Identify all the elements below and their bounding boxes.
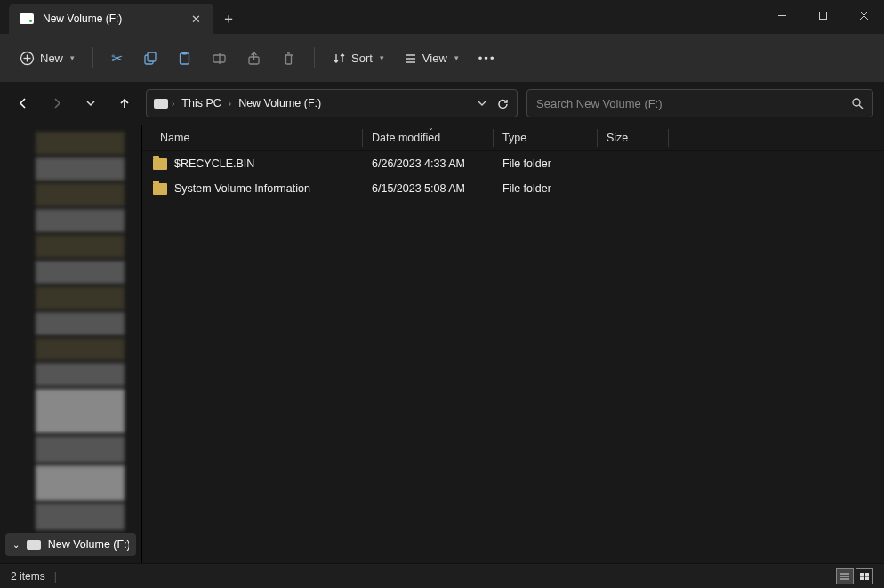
sort-icon [333,52,346,65]
ellipsis-icon: ••• [478,52,496,65]
sidebar-redacted [36,132,125,155]
drive-icon [20,13,34,24]
chevron-down-icon: ⌄ [12,540,20,550]
chevron-right-icon: › [229,99,231,109]
tab-title: New Volume (F:) [43,12,180,25]
sidebar-redacted [36,209,125,232]
delete-button[interactable] [274,43,303,73]
details-view-button[interactable] [836,568,854,584]
up-button[interactable] [112,91,137,116]
recent-button[interactable] [78,91,103,116]
file-type: File folder [494,182,598,195]
column-headers: Name ⌄Date modified Type Size [142,125,884,151]
svg-rect-25 [865,576,869,580]
paste-icon [177,51,192,66]
sidebar-redacted [36,436,125,463]
folder-icon [153,158,167,170]
sidebar-redacted [36,157,125,181]
sidebar-redacted [36,235,125,258]
sidebar-redacted [36,261,125,284]
file-name: System Volume Information [174,182,310,195]
sidebar-item-label: New Volume (F:) [48,538,129,551]
separator [314,47,315,68]
search-icon[interactable] [851,97,864,109]
folder-icon [153,183,167,195]
sort-button[interactable]: Sort ▾ [325,43,391,73]
separator [92,47,93,68]
svg-rect-10 [182,52,187,54]
toolbar: New ▾ ✂ Sort ▾ View ▾ ••• [0,34,884,82]
sidebar-redacted [36,389,125,433]
thumbnails-view-button[interactable] [856,568,873,584]
svg-rect-23 [865,573,869,576]
item-count: 2 items [11,570,45,583]
sidebar-redacted [36,363,125,386]
column-name[interactable]: Name [142,129,363,147]
copy-icon [142,51,157,66]
cut-button[interactable]: ✂ [104,43,130,73]
new-button[interactable]: New ▾ [12,43,82,73]
file-date: 6/26/2023 4:33 AM [363,157,494,170]
rename-button[interactable] [205,43,234,73]
minimize-button[interactable] [761,0,802,30]
new-label: New [40,52,63,65]
maximize-button[interactable] [802,0,843,30]
column-type[interactable]: Type [494,129,598,147]
view-icon [404,52,417,65]
svg-rect-8 [148,52,156,61]
sidebar-redacted [36,286,125,310]
file-type: File folder [494,157,598,170]
share-icon [246,51,261,66]
svg-rect-1 [819,12,826,19]
address-dropdown-button[interactable] [477,98,487,109]
sidebar-redacted [36,183,125,206]
address-row: › This PC › New Volume (F:) [0,82,884,125]
breadcrumb-root[interactable]: This PC [178,95,224,111]
view-button[interactable]: View ▾ [397,43,466,73]
rows: $RECYCLE.BIN 6/26/2023 4:33 AM File fold… [142,151,884,563]
sort-label: Sort [351,52,373,65]
address-bar[interactable]: › This PC › New Volume (F:) [146,89,518,117]
tab-current[interactable]: New Volume (F:) ✕ [9,4,213,34]
column-date[interactable]: ⌄Date modified [363,129,494,147]
share-button[interactable] [239,43,269,73]
file-name: $RECYCLE.BIN [174,157,254,170]
more-button[interactable]: ••• [471,43,503,73]
column-size[interactable]: Size [598,129,669,147]
table-row[interactable]: $RECYCLE.BIN 6/26/2023 4:33 AM File fold… [142,151,884,176]
svg-line-18 [859,105,863,109]
close-tab-button[interactable]: ✕ [189,12,203,26]
chevron-down-icon: ▾ [454,53,459,62]
svg-rect-9 [181,53,189,64]
copy-button[interactable] [135,43,165,73]
close-window-button[interactable] [843,0,884,30]
back-button[interactable] [11,91,36,116]
drive-icon [154,99,168,109]
rename-icon [212,51,227,66]
svg-point-17 [853,99,860,106]
sort-indicator-icon: ⌄ [428,124,434,132]
svg-rect-22 [860,573,864,576]
search-box[interactable] [526,89,873,117]
table-row[interactable]: System Volume Information 6/15/2023 5:08… [142,176,884,201]
svg-rect-24 [860,576,864,580]
trash-icon [281,51,296,66]
view-label: View [422,52,447,65]
refresh-button[interactable] [496,97,510,110]
cut-icon: ✂ [111,50,123,67]
sidebar-redacted [36,312,125,335]
paste-button[interactable] [170,43,199,73]
sidebar-item-drive[interactable]: ⌄ New Volume (F:) [5,533,136,556]
search-input[interactable] [536,97,851,110]
sidebar-redacted [36,465,125,501]
sidebar-redacted [36,503,125,530]
forward-button[interactable] [44,91,69,116]
new-tab-button[interactable]: ＋ [213,4,244,34]
breadcrumb-current[interactable]: New Volume (F:) [235,95,325,111]
file-list: Name ⌄Date modified Type Size $RECYCLE.B… [142,125,884,563]
body: ⌄ New Volume (F:) Name ⌄Date modified Ty… [0,125,884,563]
sidebar-redacted [36,338,125,361]
chevron-right-icon: › [172,99,174,109]
file-date: 6/15/2023 5:08 AM [363,182,494,195]
status-bar: 2 items | [0,563,884,588]
